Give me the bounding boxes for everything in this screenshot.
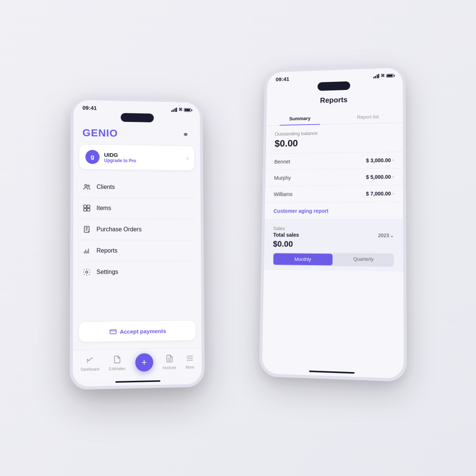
items-label: Items [97, 205, 111, 212]
svg-rect-8 [110, 329, 116, 334]
sales-controls: Total sales 2023 ⌄ [273, 232, 394, 238]
settings-icon [82, 268, 91, 277]
dynamic-island-menu [121, 113, 154, 122]
status-icons-menu: ⌘ [171, 107, 191, 112]
sales-title: Total sales [273, 232, 299, 238]
wifi-icon-menu: ⌘ [178, 107, 183, 112]
home-indicator-reports [309, 370, 354, 374]
period-toggle[interactable]: Monthly Quarterly [273, 253, 394, 267]
user-plan: Upgrade to Pro [104, 158, 182, 164]
sidebar-item-reports[interactable]: Reports [79, 240, 195, 262]
sales-value: $0.00 [273, 239, 394, 250]
tab-bar: Dashboard Estimates + [73, 347, 202, 380]
items-icon [82, 203, 91, 212]
tab-invoices-label: Invoices [163, 366, 176, 370]
settings-label: Settings [96, 268, 118, 275]
signal-icon [373, 74, 379, 78]
user-avatar: g [86, 150, 100, 164]
outstanding-balance-value: $0.00 [274, 136, 394, 149]
sidebar-item-purchase-orders[interactable]: Purchase Orders [79, 219, 195, 240]
sidebar-item-settings[interactable]: Settings [79, 261, 195, 283]
chevron-right-icon-1: › [392, 174, 394, 179]
menu-list: Clients Items [73, 176, 201, 318]
purchase-orders-label: Purchase Orders [97, 226, 142, 233]
chevron-right-icon-2: › [392, 191, 394, 196]
report-row-value-2: $ 7,000.00 › [366, 190, 394, 196]
report-row-label-0: Bennet [274, 159, 290, 165]
payment-icon [109, 328, 117, 335]
reports-icon [82, 246, 91, 255]
tab-report-list[interactable]: Report list [334, 110, 403, 124]
scene: 09:41 ⌘ Reports [71, 52, 405, 424]
user-card-chevron: › [187, 155, 189, 162]
tab-invoices[interactable]: Invoices [163, 354, 176, 370]
bell-icon[interactable]: ⚭ [180, 129, 191, 141]
status-time-reports: 09:41 [276, 76, 289, 82]
battery-icon-menu [184, 108, 191, 112]
genio-logo: GENIO [83, 127, 118, 139]
report-row-2[interactable]: Williams $ 7,000.00 › [265, 185, 403, 203]
dynamic-island-reports [318, 81, 350, 91]
aging-report-link[interactable]: Customer aging report [265, 202, 403, 220]
tab-estimates-label: Estimates [109, 366, 126, 371]
status-bar-menu: 09:41 ⌘ [74, 100, 200, 115]
period-quarterly[interactable]: Quarterly [333, 253, 394, 267]
report-row-0[interactable]: Bennet $ 3,000.00 › [266, 152, 403, 170]
invoices-icon [165, 354, 173, 364]
tab-dashboard-label: Dashboard [81, 367, 99, 372]
phone-reports: 09:41 ⌘ Reports [259, 65, 407, 382]
sidebar-item-clients[interactable]: Clients [79, 176, 194, 198]
menu-header: GENIO ⚭ [73, 124, 200, 147]
user-card[interactable]: g UIDG Upgrade to Pro › [79, 145, 194, 170]
report-row-label-1: Murphy [274, 175, 291, 181]
aging-report-text: Customer aging report [273, 208, 328, 214]
tab-more[interactable]: More [186, 354, 194, 369]
svg-point-7 [86, 271, 88, 273]
purchase-orders-icon [82, 225, 91, 234]
svg-rect-4 [84, 208, 86, 211]
sidebar-item-items[interactable]: Items [79, 197, 195, 219]
phone-menu: 09:41 ⌘ GENIO ⚭ [70, 97, 205, 390]
status-icons-reports: ⌘ [373, 73, 393, 78]
clients-label: Clients [97, 184, 115, 190]
accept-payments-button[interactable]: Accept payments [79, 321, 196, 342]
battery-icon [386, 74, 394, 77]
tab-estimates[interactable]: Estimates [109, 355, 126, 371]
more-icon [186, 354, 194, 364]
status-time-menu: 09:41 [83, 104, 97, 111]
tab-dashboard[interactable]: Dashboard [81, 356, 99, 372]
tab-more-label: More [186, 365, 194, 370]
svg-rect-3 [87, 205, 90, 208]
signal-icon-menu [171, 107, 177, 112]
year-selector[interactable]: 2023 ⌄ [378, 232, 394, 238]
svg-point-1 [88, 185, 90, 187]
report-row-value-1: $ 5,000.00 › [366, 174, 394, 180]
tab-summary[interactable]: Summary [267, 112, 334, 126]
clients-icon [82, 182, 91, 191]
svg-point-0 [85, 184, 87, 187]
reports-content: Outstanding balance $0.00 Bennet $ 3,000… [262, 123, 404, 372]
report-row-1[interactable]: Murphy $ 5,000.00 › [266, 168, 403, 186]
svg-rect-2 [84, 205, 86, 208]
home-indicator-menu [115, 380, 160, 383]
chevron-down-icon: ⌄ [390, 232, 394, 238]
outstanding-balance-label: Outstanding balance [275, 129, 394, 137]
reports-page-title: Reports [275, 94, 394, 109]
user-info: UIDG Upgrade to Pro [104, 151, 182, 164]
accept-payments-label: Accept payments [120, 328, 166, 335]
chevron-right-icon-0: › [392, 158, 394, 163]
tab-add-button[interactable]: + [135, 353, 153, 372]
report-row-label-2: Williams [274, 191, 293, 197]
outstanding-balance-section: Outstanding balance $0.00 [266, 123, 403, 154]
dashboard-icon [86, 356, 94, 366]
add-icon: + [141, 357, 147, 368]
svg-rect-5 [87, 208, 90, 211]
period-monthly[interactable]: Monthly [273, 253, 332, 266]
sales-label: Sales [273, 226, 394, 232]
report-row-value-0: $ 3,000.00 › [366, 157, 394, 164]
wifi-icon: ⌘ [381, 73, 385, 78]
sales-section: Sales Total sales 2023 ⌄ $0.00 Monthly [264, 220, 403, 271]
reports-label: Reports [97, 247, 118, 254]
estimates-icon [113, 355, 121, 366]
